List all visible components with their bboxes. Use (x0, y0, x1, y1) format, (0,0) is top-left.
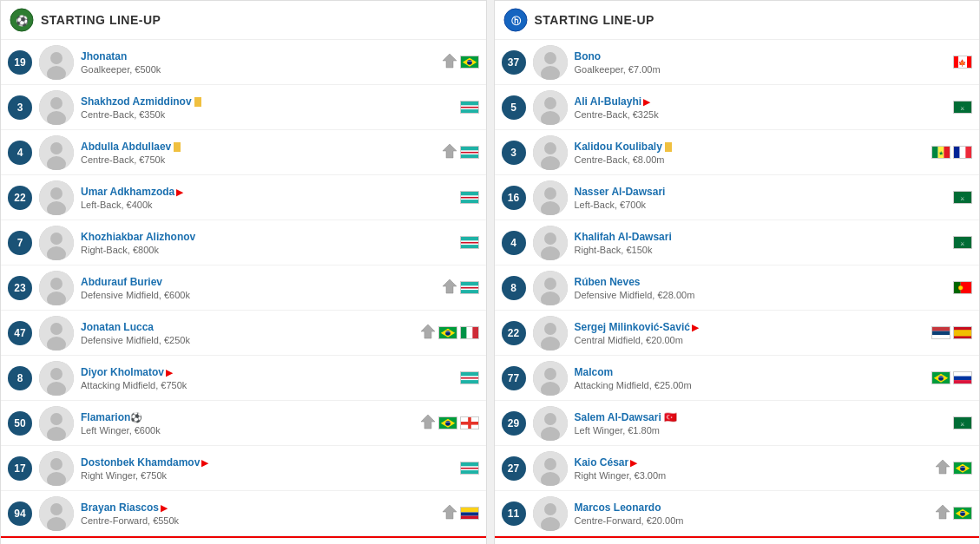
red-arrow-icon: ▶ (630, 458, 637, 468)
player-name[interactable]: Nasser Al-Dawsari (575, 186, 954, 198)
player-name[interactable]: Shakhzod Azmiddinov (81, 95, 460, 108)
player-number: 22 (8, 186, 32, 210)
player-name[interactable]: Abdulla Abdullaev (81, 141, 442, 153)
svg-point-97 (544, 52, 556, 64)
player-icons (931, 326, 972, 339)
svg-text:⚔: ⚔ (961, 105, 965, 111)
player-name[interactable]: Sergej Milinković-Savić▶ (575, 321, 932, 333)
svg-point-27 (50, 187, 62, 200)
svg-rect-58 (461, 327, 467, 339)
substitution-icon (935, 504, 950, 522)
player-avatar (39, 180, 74, 215)
svg-text:⚔: ⚔ (961, 421, 965, 427)
player-info: Rúben NevesDefensive Midfield, €28.00m (575, 276, 954, 300)
svg-rect-149 (954, 377, 971, 381)
flag-uz (460, 371, 479, 384)
player-name[interactable]: Dostonbek Khamdamov▶ (81, 456, 460, 469)
player-number: 37 (502, 50, 526, 75)
player-info: Diyor Kholmatov▶Attacking Midfield, €750… (81, 366, 460, 390)
player-name[interactable]: Jhonatan (81, 50, 442, 62)
svg-rect-84 (461, 468, 478, 469)
player-name[interactable]: Rúben Neves (575, 276, 954, 288)
player-info: Marcos LeonardoCentre-Forward, €20.00m (575, 501, 936, 526)
player-avatar (39, 226, 74, 260)
player-icons: ⚔ (953, 101, 972, 114)
player-name[interactable]: Umar Adkhamzoda▶ (81, 186, 460, 198)
player-name[interactable]: Brayan Riascos▶ (81, 501, 442, 514)
player-name[interactable]: Salem Al-Dawsari 🇹🇷 (575, 411, 954, 423)
svg-rect-111 (932, 147, 938, 159)
yellow-card-icon (194, 97, 201, 107)
player-name[interactable]: Bono (575, 50, 954, 62)
svg-point-143 (544, 368, 556, 380)
svg-marker-90 (443, 505, 457, 519)
flag-pt (953, 281, 972, 294)
player-name[interactable]: Khozhiakbar Alizhonov (81, 231, 460, 243)
player-name[interactable]: Abdurauf Buriev (81, 276, 442, 288)
player-number: 4 (8, 141, 32, 165)
player-name[interactable]: Diyor Kholmatov▶ (81, 366, 460, 378)
svg-text:⚔: ⚔ (961, 195, 965, 201)
flag-br (460, 56, 479, 69)
player-details: Right-Back, €150k (575, 245, 954, 255)
svg-point-135 (544, 323, 556, 335)
svg-marker-5 (443, 54, 457, 68)
player-info: Shakhzod AzmiddinovCentre-Back, €350k (81, 95, 460, 120)
player-icons (442, 279, 479, 297)
svg-point-10 (50, 97, 62, 109)
svg-rect-78 (461, 422, 478, 425)
player-details: Left-Back, €400k (81, 200, 460, 210)
player-row: 4 Khalifah Al-DawsariRight-Back, €150k⚔ (495, 220, 980, 265)
svg-rect-48 (461, 287, 478, 289)
player-name[interactable]: Ali Al-Bulayhi▶ (575, 95, 954, 108)
player-row: 8 Diyor Kholmatov▶Attacking Midfield, €7… (1, 356, 486, 401)
ball-icon: ⚽ (130, 412, 142, 423)
svg-point-129 (544, 278, 556, 290)
player-icons (460, 371, 479, 384)
player-row: 17 Dostonbek Khamdamov▶Right Winger, €75… (1, 446, 486, 491)
player-number: 77 (502, 366, 526, 390)
player-row: 22 Sergej Milinković-Savić▶Central Midfi… (495, 311, 980, 356)
player-number: 47 (8, 321, 32, 345)
player-info: BonoGoalkeeper, €7.00m (575, 50, 954, 75)
svg-marker-72 (421, 415, 435, 429)
player-name[interactable]: Khalifah Al-Dawsari (575, 231, 954, 243)
svg-rect-85 (461, 469, 478, 470)
svg-rect-41 (461, 245, 478, 249)
team1-logo: ⚽ (10, 8, 34, 32)
player-name[interactable]: Jonatan Lucca (81, 321, 420, 333)
flag-co (460, 507, 479, 520)
player-name[interactable]: Flamarion⚽ (81, 411, 420, 423)
svg-rect-40 (461, 244, 478, 245)
player-row: 11 Marcos LeonardoCentre-Forward, €20.00… (495, 491, 980, 536)
svg-text:🍁: 🍁 (959, 59, 968, 67)
player-number: 4 (502, 231, 526, 255)
player-avatar (39, 361, 74, 396)
player-number: 3 (502, 141, 526, 165)
player-name[interactable]: Kaio César▶ (575, 456, 936, 469)
svg-point-75 (445, 421, 451, 426)
svg-rect-150 (954, 380, 971, 384)
svg-text:★: ★ (938, 149, 944, 157)
player-details: Attacking Midfield, €25.00m (575, 380, 932, 390)
player-details: Attacking Midfield, €750k (81, 380, 460, 390)
svg-point-57 (445, 331, 451, 336)
svg-rect-21 (461, 147, 478, 151)
player-name[interactable]: Kalidou Koulibaly (575, 141, 932, 153)
player-name[interactable]: Marcos Leonardo (575, 501, 936, 514)
player-name[interactable]: Malcom (575, 366, 932, 378)
player-info: Salem Al-Dawsari 🇹🇷Left Winger, €1.80m (575, 411, 954, 436)
player-info: Khozhiakbar AlizhonovRight-Back, €800k (81, 231, 460, 255)
player-info: Abdulla AbdullaevCentre-Back, €750k (81, 141, 442, 165)
svg-rect-29 (461, 192, 478, 196)
team2-header: ⓗ STARTING LINE-UP (495, 1, 980, 40)
svg-rect-116 (960, 147, 966, 159)
player-info: Flamarion⚽Left Winger, €600k (81, 411, 420, 436)
svg-point-109 (544, 142, 556, 154)
svg-rect-82 (461, 462, 478, 467)
player-details: Goalkeeper, €7.00m (575, 64, 954, 75)
svg-rect-137 (932, 327, 950, 331)
svg-text:⚔: ⚔ (961, 240, 965, 246)
flag-sn: ★ (931, 146, 950, 159)
flag-br (438, 326, 457, 339)
